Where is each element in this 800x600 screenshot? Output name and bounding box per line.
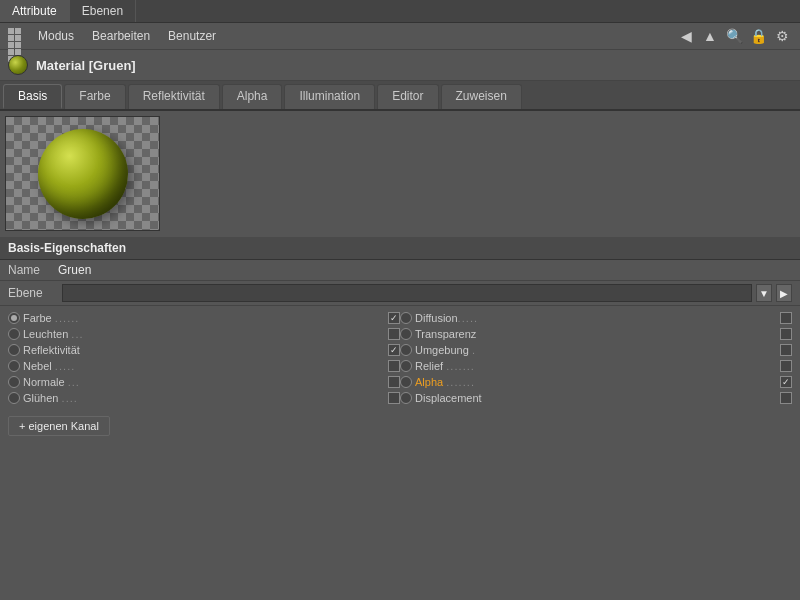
- name-value: Gruen: [58, 263, 91, 277]
- menu-modus[interactable]: Modus: [30, 27, 82, 45]
- tab-ebenen[interactable]: Ebenen: [70, 0, 136, 22]
- channel-transparenz-radio[interactable]: [400, 328, 412, 340]
- tab-zuweisen[interactable]: Zuweisen: [441, 84, 522, 109]
- channel-normale-check[interactable]: [388, 376, 400, 388]
- channel-nebel-check[interactable]: [388, 360, 400, 372]
- channel-displacement: Displacement: [400, 392, 792, 404]
- ebene-row: Ebene ▼ ▶: [0, 281, 800, 306]
- channel-displacement-radio[interactable]: [400, 392, 412, 404]
- channel-displacement-label: Displacement: [415, 392, 777, 404]
- channel-reflektivitaet-check[interactable]: [388, 344, 400, 356]
- channels-area: Farbe . . . . . . Leuchten . . . Reflekt…: [0, 306, 800, 410]
- channel-relief-check[interactable]: [780, 360, 792, 372]
- channel-farbe-label: Farbe . . . . . .: [23, 312, 385, 324]
- channel-relief-label: Relief . . . . . . .: [415, 360, 777, 372]
- channel-umgebung-radio[interactable]: [400, 344, 412, 356]
- channel-diffusion-radio[interactable]: [400, 312, 412, 324]
- channel-diffusion-check[interactable]: [780, 312, 792, 324]
- channel-farbe-radio[interactable]: [8, 312, 20, 324]
- channel-leuchten-check[interactable]: [388, 328, 400, 340]
- channel-displacement-check[interactable]: [780, 392, 792, 404]
- channel-nebel-radio[interactable]: [8, 360, 20, 372]
- search-icon[interactable]: 🔍: [724, 26, 744, 46]
- ebene-label: Ebene: [8, 286, 58, 300]
- toolbar-icons: ◀ ▲ 🔍 🔒 ⚙: [676, 26, 792, 46]
- ebene-input[interactable]: [62, 284, 752, 302]
- channel-gluehen-check[interactable]: [388, 392, 400, 404]
- lock-icon[interactable]: 🔒: [748, 26, 768, 46]
- channel-alpha-label: Alpha . . . . . . .: [415, 376, 777, 388]
- channel-diffusion-label: Diffusion. . . . .: [415, 312, 777, 324]
- channel-leuchten: Leuchten . . .: [8, 328, 400, 340]
- tab-alpha[interactable]: Alpha: [222, 84, 283, 109]
- channel-alpha: Alpha . . . . . . .: [400, 376, 792, 388]
- channel-gluehen-radio[interactable]: [8, 392, 20, 404]
- channel-nebel-label: Nebel . . . . .: [23, 360, 385, 372]
- properties-section-header: Basis-Eigenschaften: [0, 236, 800, 260]
- channel-umgebung-check[interactable]: [780, 344, 792, 356]
- channel-relief-radio[interactable]: [400, 360, 412, 372]
- triangle-icon[interactable]: ▲: [700, 26, 720, 46]
- channel-relief: Relief . . . . . . .: [400, 360, 792, 372]
- name-label: Name: [8, 263, 58, 277]
- material-title: Material [Gruen]: [36, 58, 136, 73]
- preview-sphere: [38, 129, 128, 219]
- channels-left: Farbe . . . . . . Leuchten . . . Reflekt…: [8, 312, 400, 404]
- channel-farbe-check[interactable]: [388, 312, 400, 324]
- channel-gluehen-label: Glühen . . . .: [23, 392, 385, 404]
- tab-farbe[interactable]: Farbe: [64, 84, 125, 109]
- channels-right: Diffusion. . . . . Transparenz Umgebung …: [400, 312, 792, 404]
- tab-editor[interactable]: Editor: [377, 84, 438, 109]
- channel-reflektivitaet-label: Reflektivität: [23, 344, 385, 356]
- channel-umgebung: Umgebung .: [400, 344, 792, 356]
- channel-gluehen: Glühen . . . .: [8, 392, 400, 404]
- channel-leuchten-radio[interactable]: [8, 328, 20, 340]
- channel-diffusion: Diffusion. . . . .: [400, 312, 792, 324]
- tab-basis[interactable]: Basis: [3, 84, 62, 109]
- channel-alpha-check[interactable]: [780, 376, 792, 388]
- ebene-dropdown-btn[interactable]: ▼: [756, 284, 772, 302]
- menu-bar: Modus Bearbeiten Benutzer ◀ ▲ 🔍 🔒 ⚙: [0, 23, 800, 50]
- channel-reflektivitaet: Reflektivität: [8, 344, 400, 356]
- menu-benutzer[interactable]: Benutzer: [160, 27, 224, 45]
- name-row: Name Gruen: [0, 260, 800, 281]
- channel-normale-label: Normale . . .: [23, 376, 385, 388]
- material-tabs: Basis Farbe Reflektivität Alpha Illumina…: [0, 81, 800, 111]
- top-tab-bar: Attribute Ebenen: [0, 0, 800, 23]
- material-preview-area: [5, 116, 160, 231]
- channel-transparenz: Transparenz: [400, 328, 792, 340]
- menu-bearbeiten[interactable]: Bearbeiten: [84, 27, 158, 45]
- grid-icon: [8, 28, 24, 44]
- channel-normale: Normale . . .: [8, 376, 400, 388]
- channel-transparenz-label: Transparenz: [415, 328, 777, 340]
- channel-umgebung-label: Umgebung .: [415, 344, 777, 356]
- back-icon[interactable]: ◀: [676, 26, 696, 46]
- channel-normale-radio[interactable]: [8, 376, 20, 388]
- channel-reflektivitaet-radio[interactable]: [8, 344, 20, 356]
- channel-alpha-radio[interactable]: [400, 376, 412, 388]
- tab-attribute[interactable]: Attribute: [0, 0, 70, 22]
- material-header: Material [Gruen]: [0, 50, 800, 81]
- channel-transparenz-check[interactable]: [780, 328, 792, 340]
- tab-reflektivitaet[interactable]: Reflektivität: [128, 84, 220, 109]
- material-preview-ball: [8, 55, 28, 75]
- add-channel-button[interactable]: + eigenen Kanal: [8, 416, 110, 436]
- tab-illumination[interactable]: Illumination: [284, 84, 375, 109]
- channel-farbe: Farbe . . . . . .: [8, 312, 400, 324]
- channel-leuchten-label: Leuchten . . .: [23, 328, 385, 340]
- channel-nebel: Nebel . . . . .: [8, 360, 400, 372]
- ebene-action-btn[interactable]: ▶: [776, 284, 792, 302]
- settings-icon[interactable]: ⚙: [772, 26, 792, 46]
